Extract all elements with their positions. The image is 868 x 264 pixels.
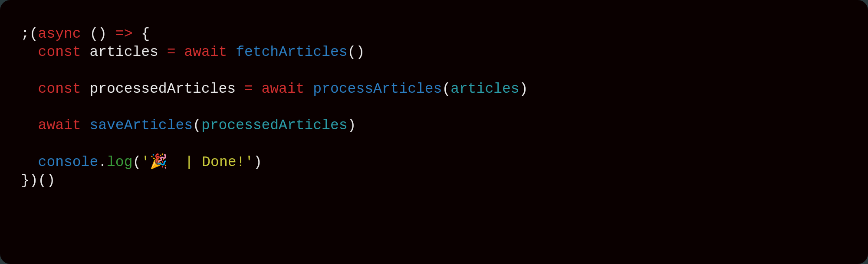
arrow: => <box>115 26 133 42</box>
space <box>305 81 313 97</box>
identifier: articles <box>81 44 167 60</box>
keyword-const: const <box>38 44 81 60</box>
function-call: saveArticles <box>89 117 193 134</box>
paren-close: ) <box>348 117 356 134</box>
punct: { <box>132 26 150 42</box>
space <box>253 81 262 97</box>
paren-open: ( <box>132 154 141 170</box>
code-block: ;(async () => { const articles = await f… <box>0 0 868 264</box>
function-call: processArticles <box>313 81 442 97</box>
code-line-3: const processedArticles = await processA… <box>21 81 528 97</box>
code-line-4: await saveArticles(processedArticles) <box>21 117 356 134</box>
code-line-1: ;(async () => { <box>21 26 150 42</box>
punct: () <box>81 26 115 42</box>
keyword-async: async <box>38 26 81 42</box>
method-log: log <box>107 154 132 170</box>
paren-close: ) <box>519 81 528 97</box>
keyword-await: await <box>262 81 305 97</box>
identifier: processedArticles <box>81 81 244 97</box>
operator-equals: = <box>167 44 176 60</box>
code-line-5: console.log('🎉 | Done!') <box>21 154 262 170</box>
space <box>81 117 90 134</box>
paren-open: ( <box>193 117 201 134</box>
keyword-const: const <box>38 81 81 97</box>
operator-equals: = <box>244 81 253 97</box>
function-call: fetchArticles <box>236 44 347 60</box>
closing: })() <box>21 173 55 189</box>
string-literal: '🎉 | Done!' <box>141 154 253 170</box>
paren-open: ( <box>442 81 450 97</box>
dot: . <box>98 154 107 170</box>
code-line-6: })() <box>21 173 55 189</box>
space <box>175 44 184 60</box>
code-line-2: const articles = await fetchArticles() <box>21 44 365 60</box>
parens: () <box>348 44 365 60</box>
object-console: console <box>38 154 99 170</box>
argument: articles <box>450 81 519 97</box>
keyword-await: await <box>38 117 81 134</box>
punct: ;( <box>21 26 38 42</box>
keyword-await: await <box>184 44 227 60</box>
argument: processedArticles <box>201 117 348 134</box>
space <box>227 44 236 60</box>
paren-close: ) <box>253 154 262 170</box>
